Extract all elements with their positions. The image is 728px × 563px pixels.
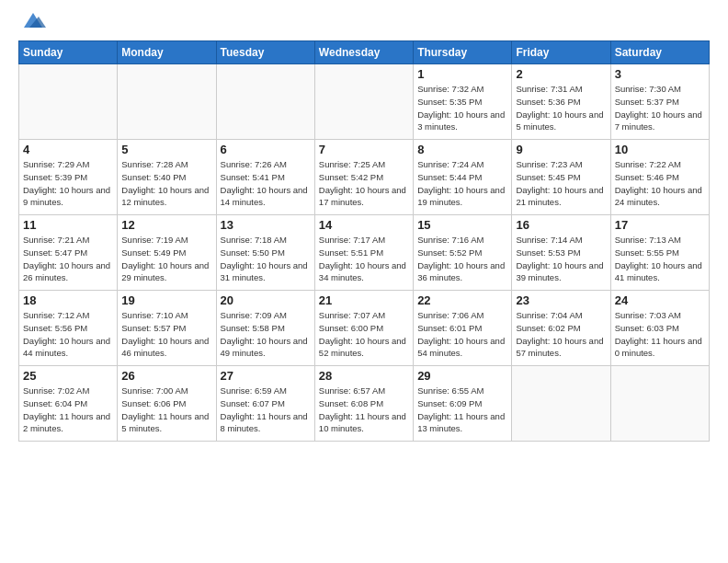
- day-info: Sunrise: 7:29 AM Sunset: 5:39 PM Dayligh…: [23, 158, 113, 209]
- day-number: 3: [615, 67, 705, 81]
- day-number: 25: [23, 369, 113, 383]
- day-number: 17: [615, 218, 705, 232]
- weekday-header-monday: Monday: [118, 41, 216, 64]
- week-row-3: 11Sunrise: 7:21 AM Sunset: 5:47 PM Dayli…: [19, 215, 710, 291]
- calendar-cell: 19Sunrise: 7:10 AM Sunset: 5:57 PM Dayli…: [118, 291, 216, 366]
- calendar-cell: 6Sunrise: 7:26 AM Sunset: 5:41 PM Daylig…: [216, 140, 314, 215]
- day-number: 11: [23, 218, 113, 232]
- day-info: Sunrise: 6:59 AM Sunset: 6:07 PM Dayligh…: [221, 385, 311, 435]
- day-number: 15: [417, 218, 507, 232]
- calendar-cell: 5Sunrise: 7:28 AM Sunset: 5:40 PM Daylig…: [118, 140, 216, 215]
- logo: [18, 15, 46, 31]
- day-info: Sunrise: 7:31 AM Sunset: 5:36 PM Dayligh…: [516, 83, 606, 133]
- calendar-cell: 9Sunrise: 7:23 AM Sunset: 5:45 PM Daylig…: [512, 140, 610, 215]
- weekday-header-thursday: Thursday: [414, 41, 512, 64]
- day-number: 18: [23, 293, 113, 307]
- day-number: 27: [221, 369, 311, 383]
- calendar-cell: 21Sunrise: 7:07 AM Sunset: 6:00 PM Dayli…: [314, 291, 413, 366]
- day-number: 14: [319, 218, 409, 232]
- day-info: Sunrise: 7:25 AM Sunset: 5:42 PM Dayligh…: [319, 158, 409, 209]
- day-info: Sunrise: 7:22 AM Sunset: 5:46 PM Dayligh…: [615, 158, 705, 209]
- day-info: Sunrise: 6:55 AM Sunset: 6:09 PM Dayligh…: [417, 385, 507, 435]
- day-info: Sunrise: 7:00 AM Sunset: 6:06 PM Dayligh…: [121, 385, 211, 435]
- day-info: Sunrise: 7:19 AM Sunset: 5:49 PM Dayligh…: [121, 234, 211, 284]
- day-info: Sunrise: 7:02 AM Sunset: 6:04 PM Dayligh…: [23, 385, 113, 435]
- weekday-header-row: SundayMondayTuesdayWednesdayThursdayFrid…: [19, 41, 710, 64]
- day-number: 26: [121, 369, 211, 383]
- day-number: 29: [417, 369, 507, 383]
- week-row-4: 18Sunrise: 7:12 AM Sunset: 5:56 PM Dayli…: [19, 291, 710, 366]
- calendar-cell: 10Sunrise: 7:22 AM Sunset: 5:46 PM Dayli…: [610, 140, 709, 215]
- calendar-cell: 29Sunrise: 6:55 AM Sunset: 6:09 PM Dayli…: [414, 366, 512, 442]
- day-info: Sunrise: 7:03 AM Sunset: 6:03 PM Dayligh…: [615, 309, 705, 360]
- day-number: 21: [319, 293, 409, 307]
- day-number: 10: [615, 143, 705, 156]
- day-info: Sunrise: 7:28 AM Sunset: 5:40 PM Dayligh…: [121, 158, 211, 209]
- weekday-header-saturday: Saturday: [610, 41, 709, 64]
- day-info: Sunrise: 7:16 AM Sunset: 5:52 PM Dayligh…: [417, 234, 507, 284]
- calendar-cell: [512, 366, 610, 442]
- day-info: Sunrise: 7:17 AM Sunset: 5:51 PM Dayligh…: [319, 234, 409, 284]
- day-info: Sunrise: 7:04 AM Sunset: 6:02 PM Dayligh…: [516, 309, 606, 360]
- day-number: 9: [516, 143, 606, 156]
- day-number: 28: [319, 369, 409, 383]
- day-info: Sunrise: 6:57 AM Sunset: 6:08 PM Dayligh…: [319, 385, 409, 435]
- day-info: Sunrise: 7:26 AM Sunset: 5:41 PM Dayligh…: [221, 158, 311, 209]
- calendar-cell: [118, 64, 216, 140]
- calendar-cell: 12Sunrise: 7:19 AM Sunset: 5:49 PM Dayli…: [118, 215, 216, 291]
- header: [18, 15, 710, 31]
- day-info: Sunrise: 7:24 AM Sunset: 5:44 PM Dayligh…: [417, 158, 507, 209]
- weekday-header-tuesday: Tuesday: [216, 41, 314, 64]
- calendar-cell: 2Sunrise: 7:31 AM Sunset: 5:36 PM Daylig…: [512, 64, 610, 140]
- calendar-cell: 13Sunrise: 7:18 AM Sunset: 5:50 PM Dayli…: [216, 215, 314, 291]
- day-number: 7: [319, 143, 409, 156]
- day-number: 1: [417, 67, 507, 81]
- week-row-2: 4Sunrise: 7:29 AM Sunset: 5:39 PM Daylig…: [19, 140, 710, 215]
- day-number: 24: [615, 293, 705, 307]
- day-info: Sunrise: 7:18 AM Sunset: 5:50 PM Dayligh…: [221, 234, 311, 284]
- calendar-cell: 28Sunrise: 6:57 AM Sunset: 6:08 PM Dayli…: [314, 366, 413, 442]
- day-number: 4: [23, 143, 113, 156]
- weekday-header-sunday: Sunday: [19, 41, 118, 64]
- calendar-cell: [216, 64, 314, 140]
- weekday-header-wednesday: Wednesday: [314, 41, 413, 64]
- day-number: 23: [516, 293, 606, 307]
- week-row-5: 25Sunrise: 7:02 AM Sunset: 6:04 PM Dayli…: [19, 366, 710, 442]
- day-info: Sunrise: 7:10 AM Sunset: 5:57 PM Dayligh…: [121, 309, 211, 360]
- day-number: 20: [221, 293, 311, 307]
- calendar-cell: 14Sunrise: 7:17 AM Sunset: 5:51 PM Dayli…: [314, 215, 413, 291]
- day-number: 13: [221, 218, 311, 232]
- calendar-cell: 3Sunrise: 7:30 AM Sunset: 5:37 PM Daylig…: [610, 64, 709, 140]
- page: SundayMondayTuesdayWednesdayThursdayFrid…: [0, 0, 728, 563]
- day-number: 12: [121, 218, 211, 232]
- day-info: Sunrise: 7:30 AM Sunset: 5:37 PM Dayligh…: [615, 83, 705, 133]
- day-info: Sunrise: 7:23 AM Sunset: 5:45 PM Dayligh…: [516, 158, 606, 209]
- day-info: Sunrise: 7:14 AM Sunset: 5:53 PM Dayligh…: [516, 234, 606, 284]
- day-number: 16: [516, 218, 606, 232]
- calendar-cell: 15Sunrise: 7:16 AM Sunset: 5:52 PM Dayli…: [414, 215, 512, 291]
- calendar-cell: [610, 366, 709, 442]
- day-info: Sunrise: 7:06 AM Sunset: 6:01 PM Dayligh…: [417, 309, 507, 360]
- day-number: 19: [121, 293, 211, 307]
- week-row-1: 1Sunrise: 7:32 AM Sunset: 5:35 PM Daylig…: [19, 64, 710, 140]
- calendar-cell: 1Sunrise: 7:32 AM Sunset: 5:35 PM Daylig…: [414, 64, 512, 140]
- calendar-cell: 23Sunrise: 7:04 AM Sunset: 6:02 PM Dayli…: [512, 291, 610, 366]
- calendar-cell: 26Sunrise: 7:00 AM Sunset: 6:06 PM Dayli…: [118, 366, 216, 442]
- day-info: Sunrise: 7:07 AM Sunset: 6:00 PM Dayligh…: [319, 309, 409, 360]
- logo-icon: [20, 11, 46, 31]
- weekday-header-friday: Friday: [512, 41, 610, 64]
- calendar-cell: 4Sunrise: 7:29 AM Sunset: 5:39 PM Daylig…: [19, 140, 118, 215]
- calendar-cell: 16Sunrise: 7:14 AM Sunset: 5:53 PM Dayli…: [512, 215, 610, 291]
- calendar-cell: [314, 64, 413, 140]
- day-info: Sunrise: 7:12 AM Sunset: 5:56 PM Dayligh…: [23, 309, 113, 360]
- calendar-cell: 11Sunrise: 7:21 AM Sunset: 5:47 PM Dayli…: [19, 215, 118, 291]
- day-info: Sunrise: 7:13 AM Sunset: 5:55 PM Dayligh…: [615, 234, 705, 284]
- day-info: Sunrise: 7:32 AM Sunset: 5:35 PM Dayligh…: [417, 83, 507, 133]
- calendar-cell: 27Sunrise: 6:59 AM Sunset: 6:07 PM Dayli…: [216, 366, 314, 442]
- calendar-cell: 7Sunrise: 7:25 AM Sunset: 5:42 PM Daylig…: [314, 140, 413, 215]
- calendar: SundayMondayTuesdayWednesdayThursdayFrid…: [18, 40, 710, 442]
- calendar-cell: 18Sunrise: 7:12 AM Sunset: 5:56 PM Dayli…: [19, 291, 118, 366]
- calendar-cell: 24Sunrise: 7:03 AM Sunset: 6:03 PM Dayli…: [610, 291, 709, 366]
- day-number: 8: [417, 143, 507, 156]
- day-number: 6: [221, 143, 311, 156]
